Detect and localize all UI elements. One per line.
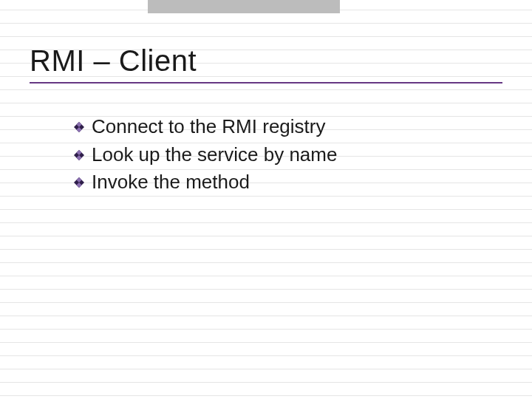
list-item: Look up the service by name — [74, 141, 502, 169]
slide-title: RMI – Client — [30, 44, 502, 78]
title-underline — [30, 82, 502, 83]
bullet-text: Look up the service by name — [92, 141, 337, 169]
list-item: Connect to the RMI registry — [74, 113, 502, 141]
slide: RMI – Client Connect to the RMI registry… — [0, 0, 532, 399]
bullet-text: Invoke the method — [92, 168, 250, 197]
diamond-bullet-icon — [74, 122, 84, 132]
list-item: Invoke the method — [74, 168, 502, 197]
diamond-bullet-icon — [74, 150, 84, 160]
bullet-text: Connect to the RMI registry — [92, 113, 325, 141]
bullet-list: Connect to the RMI registry Look up the … — [74, 113, 502, 197]
diamond-bullet-icon — [74, 177, 84, 188]
